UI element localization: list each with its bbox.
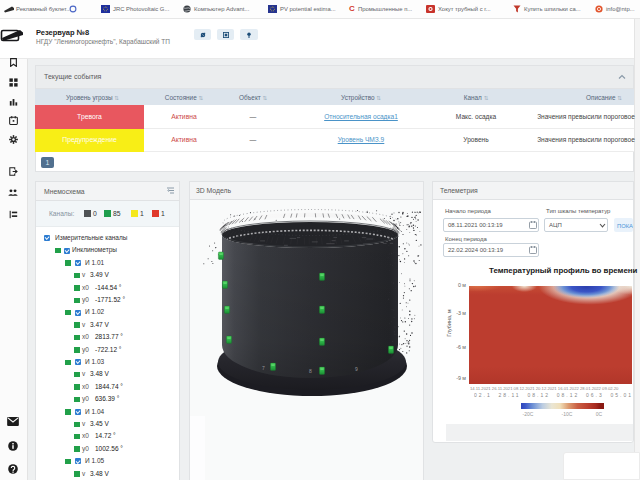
svg-text:8: 8: [309, 368, 312, 374]
svg-text:7: 7: [262, 365, 265, 371]
svg-text:9: 9: [355, 366, 358, 372]
